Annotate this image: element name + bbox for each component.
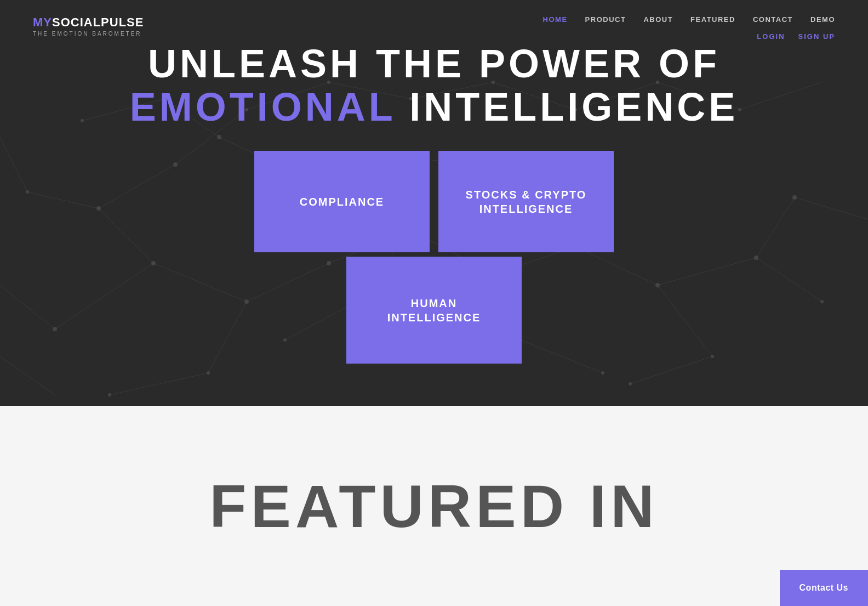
logo-my: MY	[33, 15, 52, 29]
nav-about[interactable]: ABOUT	[643, 15, 673, 24]
svg-point-41	[53, 327, 57, 331]
logo-tagline: THE EMOTION BAROMETER	[33, 31, 142, 37]
cards-row2: HUMANINTELLIGENCE	[346, 257, 522, 364]
nav-home[interactable]: HOME	[543, 15, 568, 24]
card-compliance[interactable]: COMPLIANCE	[254, 151, 430, 252]
svg-point-58	[629, 382, 632, 386]
cards-row1: COMPLIANCE STOCKS & CRYPTOINTELLIGENCE	[254, 151, 614, 252]
svg-point-67	[601, 371, 604, 375]
hero-emotional: EMOTIONAL	[130, 85, 396, 129]
svg-point-65	[81, 119, 84, 122]
svg-point-45	[96, 206, 101, 211]
featured-in-section: FEATURED IN	[0, 406, 868, 606]
nav-auth: LOGIN SIGN UP	[757, 32, 835, 41]
svg-point-54	[754, 256, 758, 260]
main-nav: HOME PRODUCT ABOUT FEATURED CONTACT DEMO	[543, 15, 835, 24]
logo-brand: SOCIALPULSE	[52, 15, 144, 29]
card-human-label: HUMANINTELLIGENCE	[376, 285, 492, 336]
svg-point-56	[792, 195, 797, 200]
svg-point-76	[738, 108, 741, 111]
svg-point-55	[820, 300, 824, 303]
logo[interactable]: MYSOCIALPULSE THE EMOTION BAROMETER	[33, 15, 144, 37]
card-stocks[interactable]: STOCKS & CRYPTOINTELLIGENCE	[438, 151, 614, 252]
logo-text: MYSOCIALPULSE	[33, 15, 144, 30]
hero-title-line1: UNLEASH THE POWER OF	[148, 42, 720, 86]
card-stocks-label: STOCKS & CRYPTOINTELLIGENCE	[455, 177, 598, 227]
svg-point-48	[207, 371, 210, 375]
nav-login[interactable]: LOGIN	[757, 32, 785, 41]
card-compliance-label: COMPLIANCE	[289, 184, 395, 220]
featured-in-title: FEATURED IN	[209, 471, 658, 541]
hero-section: MYSOCIALPULSE THE EMOTION BAROMETER HOME…	[0, 0, 868, 406]
nav-featured[interactable]: FEATURED	[690, 15, 735, 24]
svg-point-46	[26, 190, 29, 194]
nav-right: HOME PRODUCT ABOUT FEATURED CONTACT DEMO…	[543, 15, 835, 41]
hero-intelligence: INTELLIGENCE	[395, 85, 738, 129]
nav-product[interactable]: PRODUCT	[585, 15, 626, 24]
hero-title-line2: EMOTIONAL INTELLIGENCE	[130, 86, 739, 129]
hero-content: UNLEASH THE POWER OF EMOTIONAL INTELLIGE…	[130, 42, 739, 364]
cards-container: COMPLIANCE STOCKS & CRYPTOINTELLIGENCE H…	[254, 151, 614, 364]
header: MYSOCIALPULSE THE EMOTION BAROMETER HOME…	[0, 0, 868, 41]
svg-point-49	[108, 393, 111, 397]
card-human[interactable]: HUMANINTELLIGENCE	[346, 257, 522, 364]
nav-demo[interactable]: DEMO	[810, 15, 835, 24]
nav-signup[interactable]: SIGN UP	[798, 32, 835, 41]
nav-contact[interactable]: CONTACT	[753, 15, 793, 24]
contact-us-button[interactable]: Contact Us	[780, 570, 868, 606]
